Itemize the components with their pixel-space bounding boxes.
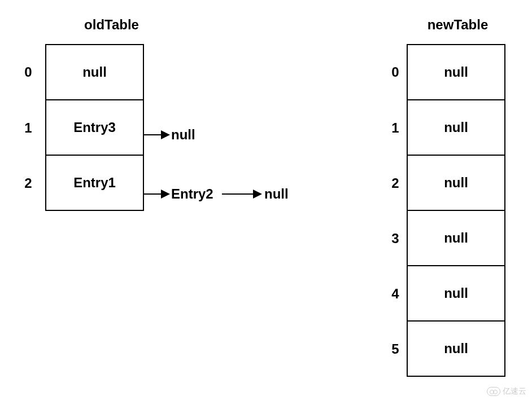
table-row: 1 null bbox=[384, 100, 527, 156]
chain-node: Entry2 bbox=[171, 186, 213, 202]
row-index: 1 bbox=[384, 120, 407, 136]
old-table-group: oldTable 0 null 1 Entry3 2 Entry1 bbox=[11, 17, 178, 211]
row-index: 0 bbox=[384, 64, 407, 80]
arrow-head-icon bbox=[161, 190, 170, 199]
cell-value: null bbox=[407, 155, 505, 211]
cell-value: null bbox=[407, 265, 505, 322]
cell-value: null bbox=[407, 44, 505, 100]
table-row: 4 null bbox=[384, 266, 527, 322]
table-row: 1 Entry3 bbox=[11, 100, 178, 156]
row-index: 3 bbox=[384, 231, 407, 246]
arrow-head-icon bbox=[161, 130, 170, 139]
table-row: 5 null bbox=[384, 322, 527, 377]
row-index: 2 bbox=[384, 175, 407, 191]
table-row: 2 null bbox=[384, 156, 527, 211]
table-row: 0 null bbox=[11, 44, 178, 100]
new-table-group: newTable 0 null 1 null 2 null 3 null 4 n… bbox=[384, 17, 527, 377]
cell-value: null bbox=[45, 44, 144, 100]
arrow-line bbox=[222, 193, 253, 195]
row-index: 2 bbox=[11, 175, 45, 191]
new-table-title: newTable bbox=[389, 17, 527, 33]
arrow-head-icon bbox=[253, 190, 262, 199]
cell-value: null bbox=[407, 99, 505, 156]
table-row: 2 Entry1 bbox=[11, 156, 178, 211]
cell-value: Entry1 bbox=[45, 155, 144, 211]
row-index: 5 bbox=[384, 341, 407, 357]
table-row: 3 null bbox=[384, 211, 527, 266]
chain-node: null bbox=[171, 127, 195, 143]
cell-value: null bbox=[407, 210, 505, 266]
watermark: 亿速云 bbox=[487, 386, 526, 397]
cell-value: null bbox=[407, 320, 505, 377]
arrow-line bbox=[144, 193, 161, 195]
chain-node: null bbox=[264, 186, 289, 202]
row-index: 1 bbox=[11, 120, 45, 136]
cloud-icon bbox=[487, 387, 500, 396]
old-table-title: oldTable bbox=[45, 17, 178, 33]
table-row: 0 null bbox=[384, 44, 527, 100]
row-index: 4 bbox=[384, 286, 407, 302]
cell-value: Entry3 bbox=[45, 99, 144, 156]
row-index: 0 bbox=[11, 64, 45, 80]
watermark-text: 亿速云 bbox=[503, 386, 526, 397]
arrow-line bbox=[144, 134, 161, 135]
